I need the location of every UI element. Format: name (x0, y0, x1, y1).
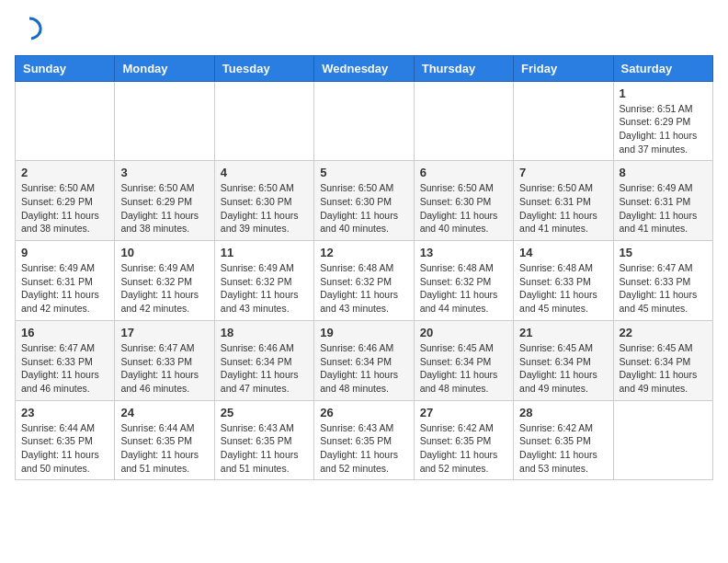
calendar-header-row: SundayMondayTuesdayWednesdayThursdayFrid… (16, 55, 713, 81)
day-info: Sunrise: 6:43 AM Sunset: 6:35 PM Dayligh… (221, 421, 308, 476)
week-row-3: 9Sunrise: 6:49 AM Sunset: 6:31 PM Daylig… (16, 241, 713, 321)
day-cell: 11Sunrise: 6:49 AM Sunset: 6:32 PM Dayli… (214, 241, 313, 321)
day-number: 10 (120, 246, 208, 259)
col-header-tuesday: Tuesday (214, 55, 313, 81)
col-header-wednesday: Wednesday (314, 55, 414, 81)
day-cell: 16Sunrise: 6:47 AM Sunset: 6:33 PM Dayli… (16, 320, 115, 400)
day-number: 12 (320, 246, 407, 259)
day-cell: 18Sunrise: 6:46 AM Sunset: 6:34 PM Dayli… (214, 320, 313, 400)
day-number: 16 (21, 326, 108, 339)
day-cell: 13Sunrise: 6:48 AM Sunset: 6:32 PM Dayli… (414, 241, 513, 321)
day-info: Sunrise: 6:43 AM Sunset: 6:35 PM Dayligh… (320, 421, 407, 476)
day-number: 9 (21, 246, 108, 259)
day-cell: 8Sunrise: 6:49 AM Sunset: 6:31 PM Daylig… (613, 161, 712, 241)
day-number: 7 (519, 166, 607, 179)
day-info: Sunrise: 6:45 AM Sunset: 6:34 PM Dayligh… (519, 341, 607, 396)
day-info: Sunrise: 6:47 AM Sunset: 6:33 PM Dayligh… (21, 341, 108, 396)
day-number: 19 (320, 326, 407, 339)
day-info: Sunrise: 6:50 AM Sunset: 6:29 PM Dayligh… (21, 181, 108, 236)
logo-icon (17, 15, 42, 40)
day-cell: 24Sunrise: 6:44 AM Sunset: 6:35 PM Dayli… (115, 400, 214, 480)
day-cell: 21Sunrise: 6:45 AM Sunset: 6:34 PM Dayli… (514, 320, 613, 400)
day-cell: 4Sunrise: 6:50 AM Sunset: 6:30 PM Daylig… (214, 161, 313, 241)
day-info: Sunrise: 6:44 AM Sunset: 6:35 PM Dayligh… (120, 421, 208, 476)
day-cell: 19Sunrise: 6:46 AM Sunset: 6:34 PM Dayli… (314, 320, 414, 400)
day-info: Sunrise: 6:50 AM Sunset: 6:30 PM Dayligh… (420, 181, 507, 236)
day-info: Sunrise: 6:49 AM Sunset: 6:31 PM Dayligh… (620, 181, 707, 236)
day-number: 15 (620, 246, 707, 259)
day-cell (214, 81, 313, 161)
day-number: 21 (519, 326, 607, 339)
col-header-monday: Monday (115, 55, 214, 81)
week-row-1: 1Sunrise: 6:51 AM Sunset: 6:29 PM Daylig… (16, 81, 713, 161)
day-cell: 2Sunrise: 6:50 AM Sunset: 6:29 PM Daylig… (16, 161, 115, 241)
day-info: Sunrise: 6:49 AM Sunset: 6:32 PM Dayligh… (120, 261, 208, 316)
day-cell: 22Sunrise: 6:45 AM Sunset: 6:34 PM Dayli… (613, 320, 712, 400)
day-cell: 20Sunrise: 6:45 AM Sunset: 6:34 PM Dayli… (414, 320, 513, 400)
day-info: Sunrise: 6:42 AM Sunset: 6:35 PM Dayligh… (420, 421, 507, 476)
day-info: Sunrise: 6:50 AM Sunset: 6:29 PM Dayligh… (120, 181, 208, 236)
day-cell: 28Sunrise: 6:42 AM Sunset: 6:35 PM Dayli… (514, 400, 613, 480)
day-cell: 23Sunrise: 6:44 AM Sunset: 6:35 PM Dayli… (16, 400, 115, 480)
col-header-thursday: Thursday (414, 55, 513, 81)
day-number: 28 (519, 406, 607, 419)
day-info: Sunrise: 6:49 AM Sunset: 6:32 PM Dayligh… (221, 261, 308, 316)
day-cell: 5Sunrise: 6:50 AM Sunset: 6:30 PM Daylig… (314, 161, 414, 241)
day-info: Sunrise: 6:47 AM Sunset: 6:33 PM Dayligh… (620, 261, 707, 316)
day-cell (514, 81, 613, 161)
day-info: Sunrise: 6:46 AM Sunset: 6:34 PM Dayligh… (221, 341, 308, 396)
calendar-table: SundayMondayTuesdayWednesdayThursdayFrid… (15, 55, 713, 481)
day-info: Sunrise: 6:47 AM Sunset: 6:33 PM Dayligh… (120, 341, 208, 396)
day-cell: 15Sunrise: 6:47 AM Sunset: 6:33 PM Dayli… (613, 241, 712, 321)
day-info: Sunrise: 6:50 AM Sunset: 6:31 PM Dayligh… (519, 181, 607, 236)
day-info: Sunrise: 6:48 AM Sunset: 6:32 PM Dayligh… (320, 261, 407, 316)
day-number: 4 (221, 166, 308, 179)
page-header (15, 15, 713, 46)
day-number: 2 (21, 166, 108, 179)
day-info: Sunrise: 6:48 AM Sunset: 6:33 PM Dayligh… (519, 261, 607, 316)
col-header-sunday: Sunday (16, 55, 115, 81)
day-number: 22 (620, 326, 707, 339)
day-info: Sunrise: 6:42 AM Sunset: 6:35 PM Dayligh… (519, 421, 607, 476)
day-info: Sunrise: 6:50 AM Sunset: 6:30 PM Dayligh… (320, 181, 407, 236)
day-number: 18 (221, 326, 308, 339)
day-info: Sunrise: 6:51 AM Sunset: 6:29 PM Dayligh… (620, 102, 707, 156)
day-cell: 7Sunrise: 6:50 AM Sunset: 6:31 PM Daylig… (514, 161, 613, 241)
day-cell: 10Sunrise: 6:49 AM Sunset: 6:32 PM Dayli… (115, 241, 214, 321)
day-cell: 25Sunrise: 6:43 AM Sunset: 6:35 PM Dayli… (214, 400, 313, 480)
day-cell: 9Sunrise: 6:49 AM Sunset: 6:31 PM Daylig… (16, 241, 115, 321)
day-info: Sunrise: 6:50 AM Sunset: 6:30 PM Dayligh… (221, 181, 308, 236)
day-number: 27 (420, 406, 507, 419)
day-cell (115, 81, 214, 161)
day-cell (16, 81, 115, 161)
day-info: Sunrise: 6:49 AM Sunset: 6:31 PM Dayligh… (21, 261, 108, 316)
day-number: 23 (21, 406, 108, 419)
day-cell: 14Sunrise: 6:48 AM Sunset: 6:33 PM Dayli… (514, 241, 613, 321)
day-number: 20 (420, 326, 507, 339)
day-number: 17 (120, 326, 208, 339)
col-header-saturday: Saturday (613, 55, 712, 81)
col-header-friday: Friday (514, 55, 613, 81)
day-info: Sunrise: 6:46 AM Sunset: 6:34 PM Dayligh… (320, 341, 407, 396)
day-cell: 3Sunrise: 6:50 AM Sunset: 6:29 PM Daylig… (115, 161, 214, 241)
day-number: 11 (221, 246, 308, 259)
week-row-5: 23Sunrise: 6:44 AM Sunset: 6:35 PM Dayli… (16, 400, 713, 480)
week-row-4: 16Sunrise: 6:47 AM Sunset: 6:33 PM Dayli… (16, 320, 713, 400)
day-number: 3 (120, 166, 208, 179)
logo (15, 15, 42, 46)
day-cell (613, 400, 712, 480)
day-info: Sunrise: 6:48 AM Sunset: 6:32 PM Dayligh… (420, 261, 507, 316)
day-cell (414, 81, 513, 161)
day-info: Sunrise: 6:45 AM Sunset: 6:34 PM Dayligh… (620, 341, 707, 396)
day-number: 6 (420, 166, 507, 179)
day-cell: 6Sunrise: 6:50 AM Sunset: 6:30 PM Daylig… (414, 161, 513, 241)
day-cell: 12Sunrise: 6:48 AM Sunset: 6:32 PM Dayli… (314, 241, 414, 321)
day-number: 14 (519, 246, 607, 259)
day-number: 13 (420, 246, 507, 259)
day-info: Sunrise: 6:45 AM Sunset: 6:34 PM Dayligh… (420, 341, 507, 396)
day-info: Sunrise: 6:44 AM Sunset: 6:35 PM Dayligh… (21, 421, 108, 476)
day-cell: 26Sunrise: 6:43 AM Sunset: 6:35 PM Dayli… (314, 400, 414, 480)
day-number: 25 (221, 406, 308, 419)
day-cell: 17Sunrise: 6:47 AM Sunset: 6:33 PM Dayli… (115, 320, 214, 400)
day-cell (314, 81, 414, 161)
